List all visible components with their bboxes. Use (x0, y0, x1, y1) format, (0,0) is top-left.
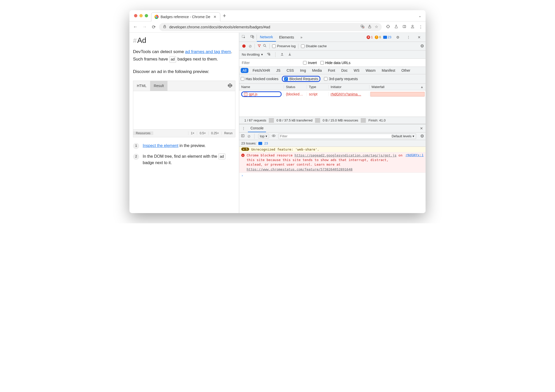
device-icon[interactable] (248, 35, 257, 40)
tab-console[interactable]: Console (248, 124, 266, 132)
type-all[interactable]: All (241, 68, 248, 73)
rerun-button[interactable]: Rerun (221, 131, 235, 135)
tab-close-icon[interactable]: ✕ (212, 15, 218, 19)
tab-elements[interactable]: Elements (276, 33, 297, 42)
type-font[interactable]: Font (326, 68, 337, 73)
menu-icon[interactable]: ⋮ (418, 24, 424, 29)
settings-icon[interactable]: ⚙ (393, 35, 402, 39)
file-icon (244, 92, 247, 96)
clear-console-icon[interactable]: ⊘ (247, 134, 251, 139)
minimize-window-button[interactable] (139, 14, 143, 17)
type-doc[interactable]: Doc (340, 68, 349, 73)
warnings-badge[interactable]: !6 (375, 35, 381, 39)
issues-row[interactable]: 23 Issues: 23 (239, 140, 426, 147)
embed-tab-result[interactable]: Result (150, 81, 167, 91)
table-row[interactable]: gpt.js (blocked… script rNdGNYx?anima… (239, 90, 426, 98)
console-warning-line[interactable]: ▸ 5 Unrecognized feature: 'web-share'. (239, 147, 426, 152)
zoom-1x[interactable]: 1× (188, 131, 197, 135)
resources-button[interactable]: Resources (133, 131, 153, 135)
download-icon[interactable] (288, 52, 292, 57)
request-status: (blocked… (284, 92, 307, 96)
tabs-dropdown-icon[interactable]: ⌄ (418, 14, 421, 18)
type-wasm[interactable]: Wasm (364, 68, 377, 73)
type-media[interactable]: Media (310, 68, 324, 73)
col-type[interactable]: Type (307, 85, 329, 89)
error-source-link[interactable]: rNdGNYx:1 (406, 153, 424, 157)
errors-badge[interactable]: ✕1 (367, 35, 373, 39)
drawer-menu-icon[interactable]: ⋮ (239, 126, 248, 130)
request-initiator-link[interactable]: rNdGNYx?anima… (331, 92, 361, 96)
log-levels-select[interactable]: Default levels▾ (392, 134, 414, 138)
bookmark-icon[interactable]: ☆ (375, 24, 378, 29)
close-devtools-icon[interactable]: ✕ (415, 35, 424, 39)
embed-preview[interactable] (133, 91, 235, 129)
live-expression-icon[interactable] (272, 134, 276, 139)
zoom-05x[interactable]: 0.5× (197, 131, 208, 135)
more-tabs-icon[interactable]: » (297, 35, 306, 39)
type-fetch-xhr[interactable]: Fetch/XHR (251, 68, 272, 73)
col-name[interactable]: Name (239, 85, 284, 89)
type-other[interactable]: Other (400, 68, 412, 73)
network-settings-icon[interactable]: ⚙ (420, 43, 424, 49)
reload-button[interactable]: ⟳ (150, 24, 158, 30)
col-status[interactable]: Status (284, 85, 307, 89)
third-party-checkbox[interactable]: 3rd-party requests (324, 77, 358, 81)
learn-more-link[interactable]: https://www.chromestatus.com/feature/573… (247, 167, 353, 171)
labs-icon[interactable] (393, 24, 399, 30)
network-toolbar-2: No throttling▾ (239, 51, 426, 59)
type-js[interactable]: JS (274, 68, 282, 73)
upload-icon[interactable] (280, 52, 284, 57)
hide-data-urls-checkbox[interactable]: Hide data URLs (320, 61, 351, 65)
throttling-select[interactable]: No throttling▾ (242, 53, 263, 56)
embed-tab-html[interactable]: HTML (133, 81, 150, 91)
blocked-url-link[interactable]: https://pagead2.googlesyndication.com/ta… (295, 153, 396, 157)
messages-badge[interactable]: 23 (383, 35, 391, 39)
inspect-link[interactable]: Inspect the element (143, 143, 178, 148)
translate-icon[interactable] (360, 24, 365, 29)
console-filter-input[interactable] (280, 134, 392, 138)
ad-frames-link[interactable]: ad frames and tag them (185, 49, 231, 54)
share-icon[interactable] (368, 24, 372, 29)
clear-icon[interactable]: ⊘ (249, 44, 252, 48)
preserve-log-checkbox[interactable]: Preserve log (272, 44, 296, 48)
invert-checkbox[interactable]: Invert (303, 61, 317, 65)
zoom-025x[interactable]: 0.25× (208, 131, 221, 135)
console-prompt[interactable]: › (239, 173, 426, 178)
omnibox[interactable]: developer.chrome.com/docs/devtools/eleme… (159, 23, 382, 31)
blocked-cookies-checkbox[interactable]: Has blocked cookies (241, 77, 278, 81)
console-sidebar-icon[interactable] (241, 134, 245, 139)
maximize-window-button[interactable] (145, 14, 148, 17)
col-waterfall[interactable]: Waterfall▲ (369, 85, 426, 89)
lock-icon (163, 24, 167, 29)
inspect-icon[interactable] (239, 35, 248, 40)
type-ws[interactable]: WS (352, 68, 361, 73)
console-filter[interactable]: Default levels▾ (278, 133, 416, 139)
filter-icon[interactable] (257, 44, 261, 48)
type-manifest[interactable]: Manifest (380, 68, 397, 73)
type-css[interactable]: CSS (285, 68, 296, 73)
forward-button[interactable]: → (141, 24, 148, 30)
record-button[interactable] (242, 44, 246, 48)
side-panel-icon[interactable] (402, 24, 407, 30)
new-tab-button[interactable]: + (223, 13, 226, 19)
tab-network[interactable]: Network (257, 33, 276, 42)
close-window-button[interactable] (134, 14, 137, 17)
browser-tab[interactable]: Badges reference - Chrome De ✕ (151, 12, 220, 21)
url-toolbar: ← → ⟳ developer.chrome.com/docs/devtools… (129, 21, 426, 33)
disable-cache-checkbox[interactable]: Disable cache (301, 44, 327, 48)
console-settings-icon[interactable]: ⚙ (420, 133, 424, 139)
col-initiator[interactable]: Initiator (329, 85, 369, 89)
kebab-icon[interactable]: ⋮ (404, 35, 413, 39)
back-button[interactable]: ← (131, 24, 139, 30)
network-conditions-icon[interactable] (267, 52, 271, 57)
codepen-icon[interactable] (227, 83, 233, 89)
console-error-line[interactable]: ✕ Chrome blocked resource https://pagead… (239, 152, 426, 173)
filter-input[interactable] (241, 60, 299, 66)
drawer-close-icon[interactable]: ✕ (417, 126, 426, 130)
profile-icon[interactable] (410, 24, 415, 30)
blocked-requests-highlighted[interactable]: ✓ Blocked Requests (282, 76, 320, 82)
search-icon[interactable] (263, 44, 267, 48)
type-img[interactable]: Img (298, 68, 308, 73)
context-selector[interactable]: top▾ (258, 134, 269, 139)
extensions-icon[interactable] (385, 24, 391, 30)
